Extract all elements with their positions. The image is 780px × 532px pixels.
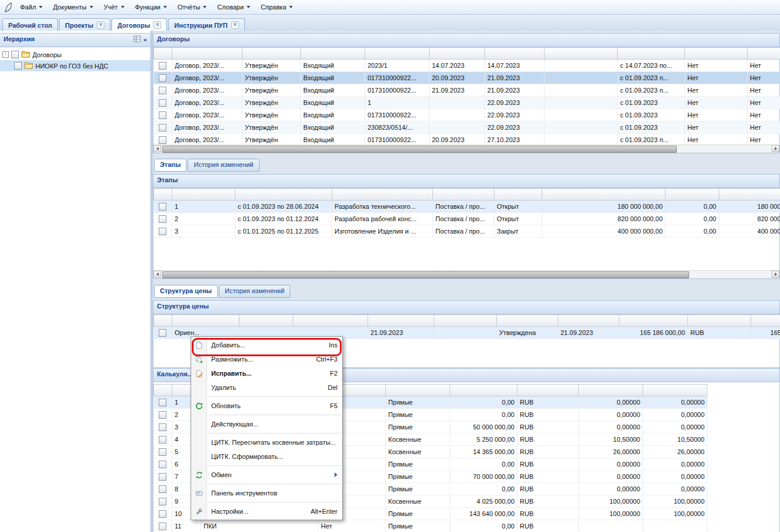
- cell-state[interactable]: Утверждён: [242, 109, 301, 121]
- cell-additional[interactable]: Нет: [748, 109, 780, 121]
- cell-description[interactable]: Разработка рабочей конс...: [332, 213, 433, 225]
- horizontal-scrollbar[interactable]: [153, 270, 779, 278]
- cell-cost-sum[interactable]: 143 640 000,00: [450, 508, 517, 520]
- cell-close-date[interactable]: [545, 60, 618, 72]
- cell-percent-plan[interactable]: 0,00000: [579, 458, 643, 471]
- cell-period[interactable]: с 01.09.2023: [618, 109, 685, 121]
- checkbox[interactable]: [159, 62, 166, 70]
- column-header[interactable]: [620, 315, 688, 327]
- column-header[interactable]: [172, 315, 240, 327]
- cell-percent-plan[interactable]: 100,00000: [579, 508, 643, 520]
- menu-item-delete[interactable]: Удалить Del: [191, 380, 342, 395]
- cell-percent-fact[interactable]: 0,00000: [643, 421, 707, 434]
- cell-external-no[interactable]: 017310000922...: [365, 72, 430, 84]
- cell-cost-type[interactable]: Прямые: [386, 396, 450, 409]
- scroll-left-icon[interactable]: [153, 271, 161, 278]
- cell-document[interactable]: Договор, 2023/...: [172, 60, 242, 72]
- cell-line-no[interactable]: 11: [172, 520, 201, 532]
- checkbox[interactable]: [159, 228, 166, 235]
- cell-state-date[interactable]: 21.09.2023: [558, 327, 620, 339]
- cell-cost-sum[interactable]: 70 000 000,00: [450, 471, 517, 483]
- row-checkbox-cell[interactable]: [154, 458, 172, 471]
- cell-sum-with-tax[interactable]: 180 000 000,00: [719, 201, 780, 213]
- menu-item-refresh[interactable]: Обновить F5: [191, 399, 342, 413]
- column-header[interactable]: [368, 315, 434, 327]
- column-header[interactable]: [542, 189, 666, 201]
- table-row[interactable]: 2 с 01.09.2023 по 01.12.2024 Разработка …: [154, 213, 780, 225]
- checkbox[interactable]: [159, 523, 166, 530]
- cell-period[interactable]: с 01.09.2023 п...: [618, 72, 685, 84]
- cell-close-date[interactable]: [545, 72, 618, 84]
- column-header[interactable]: [719, 189, 780, 201]
- row-checkbox-cell[interactable]: [154, 225, 172, 238]
- subtab[interactable]: История изменений: [219, 285, 290, 298]
- checkbox[interactable]: [159, 74, 166, 82]
- cell-external-no[interactable]: 017310000922...: [365, 109, 430, 121]
- cell-reg-date[interactable]: 14.07.2023: [430, 60, 485, 72]
- row-checkbox-cell[interactable]: [154, 121, 172, 134]
- cell-additional[interactable]: Нет: [748, 121, 780, 134]
- cell-cost-sum[interactable]: 4 025 000,00: [450, 495, 517, 508]
- cell-vat-sum[interactable]: 0,00: [666, 213, 719, 225]
- table-row[interactable]: Договор, 2023/... Утверждён Входящий 017…: [154, 72, 780, 84]
- column-header[interactable]: [293, 315, 368, 327]
- row-checkbox-cell[interactable]: [154, 520, 172, 532]
- cell-sum-no-tax[interactable]: 180 000 000,00: [542, 201, 666, 213]
- cell-external-no[interactable]: 017310000922...: [365, 84, 430, 97]
- menu-item-edit[interactable]: Исправить... F2: [191, 366, 342, 380]
- cell-conditional[interactable]: Нет: [685, 109, 748, 121]
- cell-cost-type[interactable]: Прямые: [386, 483, 450, 495]
- cell-description[interactable]: Изготовление Изделия и ...: [332, 225, 433, 238]
- cell-sum-no-tax[interactable]: 820 000 000,00: [542, 213, 666, 225]
- checkbox[interactable]: [159, 510, 166, 518]
- cell-period[interactable]: с 01.09.2023: [618, 121, 685, 134]
- scrollbar-thumb[interactable]: [162, 271, 689, 278]
- row-checkbox-cell[interactable]: [154, 327, 172, 339]
- cell-cost-sum[interactable]: 0,00: [450, 520, 517, 532]
- cell-state[interactable]: Открыт: [494, 201, 542, 213]
- cell-cost-sum[interactable]: 14 365 000,00: [450, 446, 517, 458]
- cell-document[interactable]: Договор, 2023/...: [172, 72, 242, 84]
- cell-cost-sum[interactable]: 5 250 000,00: [450, 434, 517, 446]
- column-header[interactable]: [301, 48, 365, 60]
- cell-name[interactable]: ПКИ: [201, 520, 319, 532]
- menubar-item[interactable]: Словари: [212, 2, 255, 12]
- cell-percent-fact[interactable]: 26,00000: [643, 446, 707, 458]
- cell-cost-sum[interactable]: 0,00: [450, 483, 517, 495]
- cell-percent-fact[interactable]: 0,00000: [643, 396, 707, 409]
- column-header[interactable]: [545, 48, 618, 60]
- close-icon[interactable]: ×: [153, 21, 161, 29]
- cell-approve-date[interactable]: 22.09.2023: [485, 109, 545, 121]
- column-header[interactable]: [751, 315, 780, 327]
- close-icon[interactable]: ×: [231, 21, 239, 29]
- cell-account-type[interactable]: Поставка / про...: [433, 213, 494, 225]
- table-row[interactable]: Договор, 2023/... Утверждён Входящий 202…: [154, 60, 780, 72]
- cell-reg-date[interactable]: [430, 97, 485, 109]
- cell-approve-date[interactable]: 22.09.2023: [485, 97, 545, 109]
- cell-reg-date[interactable]: 20.09.2023: [430, 72, 485, 84]
- column-header[interactable]: [748, 48, 780, 60]
- cell-percent-fact[interactable]: [643, 520, 707, 532]
- menubar-item[interactable]: Файл: [15, 2, 47, 12]
- cell-percent-fact[interactable]: 0,00000: [643, 471, 707, 483]
- cell-close-date[interactable]: [545, 97, 618, 109]
- cell-cost-type[interactable]: Прямые: [386, 520, 450, 532]
- column-header[interactable]: [579, 385, 643, 396]
- menu-item-exchange[interactable]: Обмен: [191, 468, 342, 482]
- menubar-item[interactable]: Отчёты: [173, 2, 211, 12]
- cell-kind[interactable]: Входящий: [301, 72, 365, 84]
- cell-state[interactable]: Утверждён: [242, 60, 301, 72]
- tab-desktop[interactable]: Рабочий стол: [2, 18, 58, 31]
- checkbox[interactable]: [159, 329, 166, 337]
- column-header[interactable]: [240, 315, 293, 327]
- collapse-panel-icon[interactable]: «: [143, 36, 147, 43]
- cell-cost-sum[interactable]: 0,00: [450, 396, 517, 409]
- checkbox[interactable]: [159, 436, 166, 444]
- checkbox[interactable]: [159, 111, 166, 119]
- row-checkbox-cell[interactable]: [154, 213, 172, 225]
- cell-additional[interactable]: Нет: [748, 72, 780, 84]
- cell-vat-sum[interactable]: 0,00: [666, 201, 719, 213]
- cell-currency[interactable]: RUB: [517, 495, 579, 508]
- checkbox[interactable]: [159, 498, 166, 505]
- cell-currency[interactable]: RUB: [517, 520, 579, 532]
